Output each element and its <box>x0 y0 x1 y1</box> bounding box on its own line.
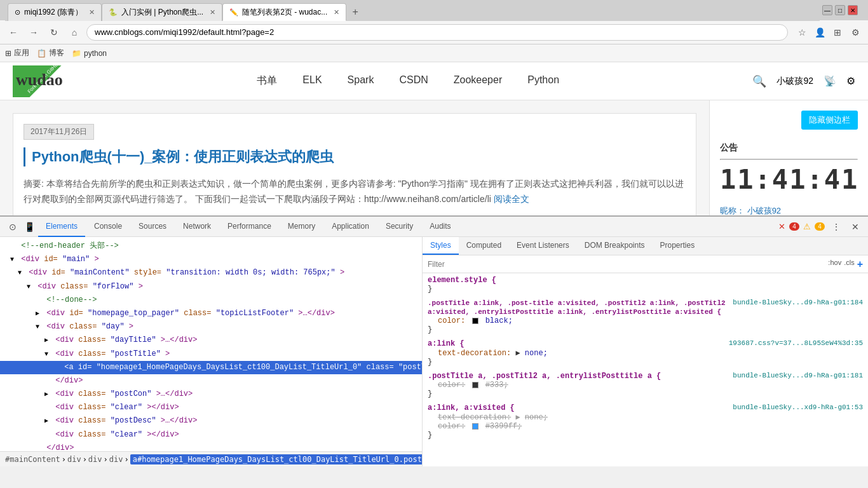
dom-line-6[interactable]: <div id= "homepage_top_pager" class= "to… <box>0 307 422 320</box>
breadcrumb-div1[interactable]: div <box>67 455 81 464</box>
nav-zookeeper[interactable]: Zookeeper <box>454 74 503 88</box>
forward-button[interactable]: → <box>25 24 42 41</box>
window-controls: — □ ✕ <box>822 5 863 15</box>
nav-elk[interactable]: ELK <box>302 74 322 88</box>
devtools-tab-security[interactable]: Security <box>378 217 421 237</box>
tab-blog[interactable]: ✏️ 随笔列表第2页 - wudac... ✕ <box>222 3 346 21</box>
dom-tree[interactable]: <!--end-header 头部--> <div id= "main" > <… <box>0 237 422 451</box>
devtools-tab-console[interactable]: Console <box>86 217 130 237</box>
styles-tab-event-listeners[interactable]: Event Listeners <box>509 237 577 255</box>
nav-csdn[interactable]: CSDN <box>399 74 428 88</box>
user-icon[interactable]: 👤 <box>812 25 827 40</box>
filter-hov-button[interactable]: :hov <box>828 259 841 270</box>
minimize-button[interactable]: — <box>822 5 832 15</box>
tab-python[interactable]: 🐍 入门实例 | Python爬虫... ✕ <box>102 3 222 21</box>
styles-filter-input[interactable] <box>428 260 825 269</box>
styles-tab-computed[interactable]: Computed <box>459 237 509 255</box>
source-posttitle2[interactable]: bundle-BlueSky...d9-hRa-g01:181 <box>733 372 863 379</box>
style-rule-alink: a:link { 193687.css?v=37...8L95SeW4%3d:3… <box>428 339 863 367</box>
tab-close-github[interactable]: ✕ <box>89 8 95 17</box>
maximize-button[interactable]: □ <box>835 5 845 15</box>
source-alink-visited[interactable]: bundle-BlueSky...xd9-hRa-g01:53 <box>733 403 863 411</box>
rss-feed-icon[interactable]: 📡 <box>824 75 836 87</box>
read-more-link[interactable]: 阅读全文 <box>494 194 529 204</box>
bookmark-blog[interactable]: 📋 博客 <box>37 48 64 58</box>
source-posttitle[interactable]: bundle-BlueSky...d9-hRa-g01:184 <box>733 299 863 306</box>
bookmark-python[interactable]: 📁 python <box>72 49 107 58</box>
filter-cls-button[interactable]: .cls <box>844 259 855 270</box>
nav-books[interactable]: 书单 <box>257 74 277 88</box>
triangle-4[interactable] <box>27 282 33 292</box>
nickname-value[interactable]: 小破孩92 <box>747 206 781 215</box>
new-tab-button[interactable]: + <box>346 3 364 21</box>
dom-line-7[interactable]: <div class= "day" > <box>0 320 422 334</box>
hide-sidebar-button[interactable]: 隐藏侧边栏 <box>801 111 858 130</box>
dom-line-8[interactable]: <div class= "dayTitle" >…</div> <box>0 334 422 347</box>
dom-line-close-day[interactable]: </div> <box>0 442 422 451</box>
devtools-inspect-button[interactable]: ⊙ <box>5 219 20 234</box>
close-button[interactable]: ✕ <box>848 5 858 15</box>
devtools-tab-network[interactable]: Network <box>175 217 219 237</box>
triangle-postcon[interactable] <box>44 390 51 400</box>
dom-line-1[interactable]: <!--end-header 头部--> <box>0 240 422 253</box>
styles-tab-dom-breakpoints[interactable]: DOM Breakpoints <box>577 237 653 255</box>
devtools-device-button[interactable]: 📱 <box>22 219 37 234</box>
devtools-tab-elements[interactable]: Elements <box>38 217 85 237</box>
user-name-display[interactable]: 小破孩92 <box>776 76 813 87</box>
source-alink[interactable]: 193687.css?v=37...8L95SeW4%3d:35 <box>729 339 863 347</box>
url-input[interactable] <box>86 24 788 41</box>
dom-line-2[interactable]: <div id= "main" > <box>0 253 422 266</box>
reload-button[interactable]: ↻ <box>46 24 62 41</box>
devtools-close-button[interactable]: ✕ <box>848 219 863 234</box>
filter-add-button[interactable]: + <box>857 259 863 270</box>
breadcrumb-selected[interactable]: a#homepage1_HomePageDays_DaysList_ctl00_… <box>130 454 422 464</box>
triangle-2[interactable] <box>10 255 17 265</box>
triangle-6[interactable] <box>36 309 42 319</box>
breadcrumb-main[interactable]: #mainContent <box>5 455 60 464</box>
bookmark-apps[interactable]: ⊞ 应用 <box>5 48 29 58</box>
dom-line-3[interactable]: <div id= "mainContent" style= "transitio… <box>0 266 422 280</box>
search-icon[interactable]: 🔍 <box>752 74 766 88</box>
dom-attr-4: class= <box>60 282 88 291</box>
styles-tab-styles[interactable]: Styles <box>423 237 459 255</box>
breadcrumb-div2[interactable]: div <box>88 455 102 464</box>
dom-line-close-posttitle[interactable]: </div> <box>0 374 422 388</box>
devtools-tab-memory[interactable]: Memory <box>280 217 323 237</box>
nav-python[interactable]: Python <box>527 74 559 88</box>
breadcrumb-div3[interactable]: div <box>109 455 123 464</box>
dom-line-clear1[interactable]: <div class= "clear" ></div> <box>0 401 422 414</box>
tab-close-python[interactable]: ✕ <box>210 8 215 17</box>
settings-icon[interactable]: ⚙ <box>848 25 863 40</box>
dom-line-postcon[interactable]: <div class= "postCon" >…</div> <box>0 388 422 401</box>
triangle-3[interactable] <box>18 268 24 278</box>
triangle-postdesc[interactable] <box>44 416 51 426</box>
triangle-7[interactable] <box>36 322 42 332</box>
post-title[interactable]: Python爬虫(十一)_案例：使用正则表达式的爬虫 <box>24 147 686 166</box>
dom-line-selected[interactable]: <a id= "homepage1_HomePageDays_DaysList_… <box>0 361 422 374</box>
dom-value-id-6: "homepage_top_pager" <box>88 309 179 318</box>
home-button[interactable]: ⌂ <box>66 24 83 41</box>
dom-line-5[interactable]: <!--done--> <box>0 294 422 307</box>
dom-line-9[interactable]: <div class= "postTitle" > <box>0 348 422 361</box>
rss-icon[interactable]: ⊞ <box>830 25 845 40</box>
bookmark-star-icon[interactable]: ☆ <box>794 25 810 40</box>
tab-github[interactable]: ⊙ miqi1992 (陈青） ✕ <box>8 3 102 21</box>
devtools-tab-audits[interactable]: Audits <box>422 217 458 237</box>
triangle-8[interactable] <box>44 336 51 346</box>
devtools-more-button[interactable]: ⋮ <box>829 219 844 234</box>
devtools-tab-application[interactable]: Application <box>324 217 377 237</box>
dom-line-4[interactable]: <div class= "forFlow" > <box>0 280 422 294</box>
styles-tab-properties[interactable]: Properties <box>652 237 702 255</box>
devtools-tab-sources[interactable]: Sources <box>131 217 174 237</box>
dom-line-postdesc[interactable]: <div class= "postDesc" >…</div> <box>0 414 422 428</box>
style-selector-posttitle-row: .postTitle a:link, .post-title a:visited… <box>428 299 863 308</box>
settings-cog-icon[interactable]: ⚙ <box>846 75 855 87</box>
dom-line-clear2[interactable]: <div class= "clear" ></div> <box>0 428 422 442</box>
triangle-9[interactable] <box>44 349 51 360</box>
nav-spark[interactable]: Spark <box>348 74 374 88</box>
selector-alink: a:link { <box>428 339 465 348</box>
back-button[interactable]: ← <box>5 24 22 41</box>
post-date: 2017年11月26日 <box>24 124 94 140</box>
tab-close-blog[interactable]: ✕ <box>334 8 339 17</box>
devtools-tab-performance[interactable]: Performance <box>220 217 279 237</box>
